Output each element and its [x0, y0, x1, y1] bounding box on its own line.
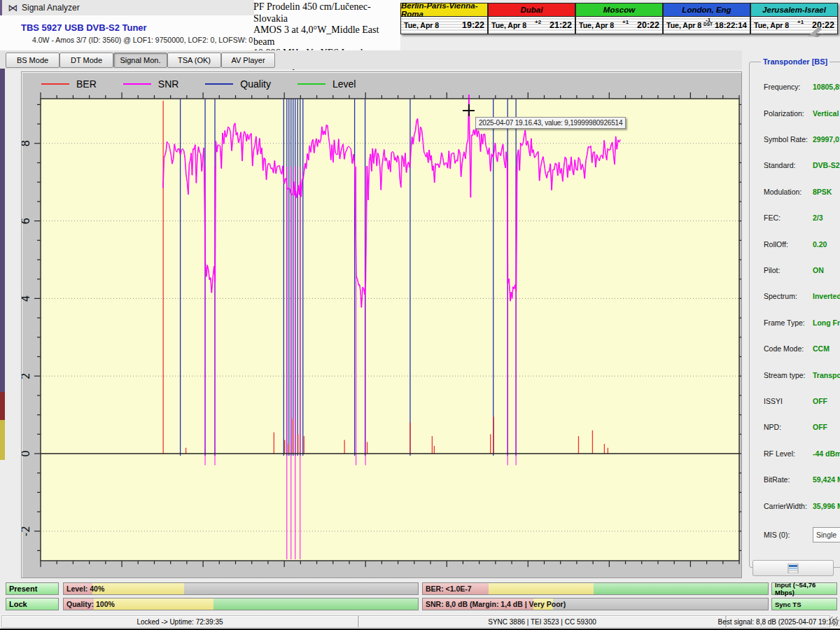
- clock-city: Dubai: [489, 4, 575, 17]
- legend-label: BER: [76, 78, 97, 90]
- transponder-row-label: Code Mode:: [764, 344, 813, 353]
- legend-line-swatch: [123, 83, 151, 85]
- meter-quality: Quality: 100%: [63, 598, 419, 610]
- resize-grip[interactable]: [830, 617, 839, 626]
- transponder-row-rf-level: RF Level:-44 dBm: [764, 440, 840, 466]
- transponder-row-frame-type: Frame Type:Long Frame: [764, 309, 840, 335]
- transponder-row-value: Inverted: [813, 292, 840, 300]
- clock-body: Tue, Apr 819:22: [401, 17, 487, 33]
- clock-city-label: Dubai: [521, 6, 543, 14]
- transponder-sidebar: Transponder [BS] Frequency:10805,894 MHz…: [745, 52, 840, 580]
- clock-time: 19:22: [462, 20, 484, 30]
- legend-label: Level: [332, 78, 356, 90]
- y-axis-label-8: 8: [22, 140, 32, 147]
- chart-legend: BERSNRQualityLevel: [41, 76, 382, 92]
- clock-date: Tue, Apr 8: [491, 21, 526, 29]
- transponder-row-value: Transport: [813, 371, 840, 379]
- clock-jerusalem-israel: Jerusalem-IsraelTue, Apr 8+120:22: [750, 3, 838, 34]
- edge-strip-purple: [0, 69, 5, 392]
- clock-city-label: Berlin-Paris-Vienna-Roma: [401, 1, 487, 18]
- info-line-0: PF Prodelin 450 cm/Lučenec-Slovakia: [253, 1, 399, 24]
- transponder-row-value: Long Frame: [813, 318, 840, 327]
- transponder-row-spectrum: Spectrum:Inverted: [764, 284, 840, 309]
- transponder-row-stream-type: Stream type:Transport: [764, 362, 840, 388]
- statusbar: Locked -> Uptime: 72:39:35 SYNC 3886 | T…: [0, 614, 840, 629]
- statusbar-sync-counters: SYNC 3886 | TEI 3523 | CC 59300: [358, 615, 726, 628]
- tab-signal-mon[interactable]: Signal Mon.: [113, 52, 167, 68]
- crosshair-cursor: [468, 104, 470, 116]
- clock-time: 18:22:14: [715, 21, 747, 29]
- clock-utc-offset: -1DST: [704, 18, 713, 27]
- transponder-row-label: CarrierWidth:: [764, 502, 813, 510]
- clock-offset-value: +1: [622, 19, 629, 25]
- transponder-row-label: NPD:: [764, 423, 813, 431]
- legend-line-swatch: [205, 83, 233, 85]
- mis-select[interactable]: Single: [813, 527, 840, 542]
- statusbar-best-signal: Best signal: 8,8 dB (2025-04-07 19:16): [726, 615, 830, 628]
- clock-moscow: MoscowTue, Apr 8+120:22: [575, 3, 663, 34]
- status-row-1: LockQuality: 100%SNR: 8,0 dB (Margin: 1,…: [0, 598, 840, 610]
- legend-item-level: Level: [298, 78, 356, 90]
- clock-time: 20:22: [637, 20, 659, 30]
- meter-segment-yellow: [92, 583, 184, 594]
- transponder-row-standard: Standard:DVB-S2: [764, 153, 840, 178]
- clock-city-label: Jerusalem-Israel: [762, 6, 826, 14]
- tab-bs-mode[interactable]: BS Mode: [6, 52, 59, 68]
- transponder-row-rolloff: RollOff:0.20: [764, 231, 840, 257]
- clock-utc-offset: +1: [622, 20, 629, 24]
- tab-av-player[interactable]: AV Player: [221, 52, 275, 68]
- clock-offset-dst: DST: [704, 22, 713, 27]
- status-badge-sync-ts: Sync TS: [771, 598, 837, 610]
- edge-strip-yellow: [0, 420, 5, 460]
- clock-city: Jerusalem-Israel: [751, 4, 837, 17]
- transponder-row-fec: FEC:2/3: [764, 205, 840, 231]
- tab-tsa-ok[interactable]: TSA (OK): [167, 52, 221, 68]
- clock-date: Tue, Apr 8: [579, 21, 614, 29]
- edge-strip-red: [0, 392, 5, 420]
- transponder-row-value: OFF: [813, 423, 827, 431]
- tuner-subtitle: 4.0W - Amos 3/7 (ID: 3560) @ LOF1: 97500…: [32, 36, 253, 44]
- transponder-groupbox: Transponder [BS] Frequency:10805,894 MHz…: [749, 57, 840, 568]
- meter-segment-green: [214, 598, 418, 610]
- status-badge-present: Present: [6, 582, 59, 595]
- export-report-button[interactable]: [752, 560, 834, 576]
- report-icon: [788, 564, 799, 573]
- transponder-row-issyi: ISSYIOFF: [764, 388, 840, 414]
- clock-city-label: London, Eng: [682, 6, 731, 14]
- transponder-row-value: CCM: [813, 344, 830, 353]
- mis-label: MIS (0):: [764, 531, 813, 539]
- meter-snr: SNR: 8,0 dB (Margin: 1,4 dB | Very Poor): [422, 598, 769, 610]
- legend-item-snr: SNR: [123, 78, 179, 90]
- transponder-row-value: 10805,894 MHz: [813, 83, 840, 91]
- meter-label: Level: 40%: [66, 583, 104, 594]
- transponder-row-polarization: Polarization:Vertical: [764, 100, 840, 126]
- status-badge-lock: Lock: [6, 598, 59, 610]
- transponder-row-label: Polarization:: [764, 109, 813, 118]
- titlebar[interactable]: ⋈ Signal Analyzer: [0, 0, 254, 15]
- tab-dt-mode[interactable]: DT Mode: [59, 52, 113, 68]
- transponder-row-label: RF Level:: [764, 449, 813, 458]
- transponder-row-label: Standard:: [764, 161, 813, 169]
- transponder-row-value: 59,424 Mbit/s: [813, 475, 840, 484]
- y-axis-label-0: 0: [22, 450, 32, 457]
- transponder-rows: Frequency:10805,894 MHzPolarization:Vert…: [758, 70, 840, 519]
- clock-body: Tue, Apr 8-1DST18:22:14: [664, 17, 750, 33]
- meter-ber: BER: <1.0E-7: [422, 582, 769, 595]
- transponder-row-value: -44 dBm: [813, 449, 840, 458]
- clock-berlin-paris-vienna-roma: Berlin-Paris-Vienna-RomaTue, Apr 819:22: [400, 3, 488, 34]
- transponder-row-label: RollOff:: [764, 240, 813, 248]
- app-icon: ⋈: [8, 3, 18, 13]
- meter-level: Level: 40%: [63, 582, 419, 595]
- signal-chart-panel: 86420-2 BERSNRQualityLevel 2025-04-07 19…: [21, 71, 742, 578]
- transponder-row-value: ON: [813, 266, 824, 274]
- transponder-row-frequency: Frequency:10805,894 MHz: [764, 74, 840, 100]
- mode-tabbar: BS ModeDT ModeSignal Mon.TSA (OK)AV Play…: [0, 50, 742, 69]
- transponder-row-label: Stream type:: [764, 371, 813, 379]
- clock-city: Berlin-Paris-Vienna-Roma: [401, 4, 487, 17]
- tbs-logo-icon: [806, 25, 825, 38]
- transponder-row-value: 29997,014 KS/s: [813, 135, 840, 144]
- transponder-row-label: Frame Type:: [764, 318, 813, 327]
- clock-london-eng: London, EngTue, Apr 8-1DST18:22:14: [663, 3, 750, 34]
- signal-chart-plot[interactable]: 86420-2: [22, 72, 741, 578]
- clock-time: 21:22: [550, 20, 572, 30]
